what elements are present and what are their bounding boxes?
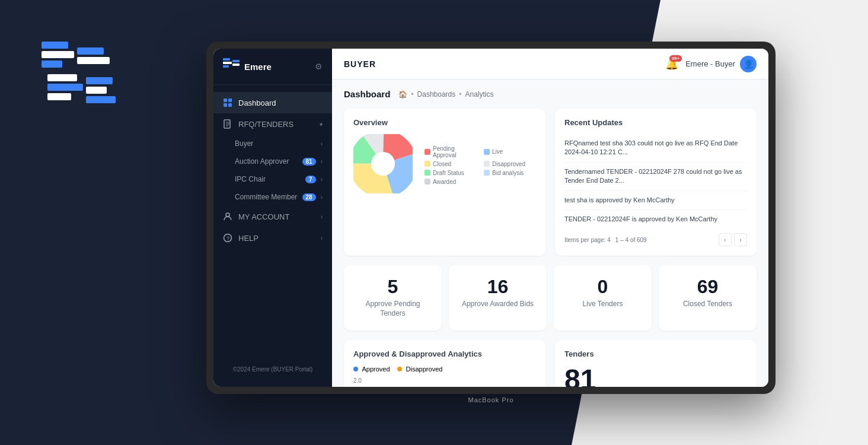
legend-dot-bid: [484, 170, 490, 176]
bottom-grid: Approved & Disapproved Analytics Approve…: [344, 340, 757, 387]
legend-label-disapproved: Disapproved: [492, 161, 525, 167]
sidebar-item-my-account[interactable]: MY ACCOUNT ›: [213, 206, 332, 227]
committee-badge: 28: [302, 193, 316, 201]
svg-rect-12: [223, 62, 232, 64]
disapproved-dot: [397, 367, 402, 371]
stat-live-tenders[interactable]: 0 Live Tenders: [554, 265, 652, 330]
update-item-3: test sha is approved by Ken McCarthy: [564, 191, 747, 210]
sidebar-item-ipc-chair[interactable]: IPC Chair 7 ›: [213, 170, 332, 188]
legend-dot-awarded: [425, 179, 430, 185]
sidebar-item-dashboard[interactable]: Dashboard: [213, 92, 332, 113]
stat-number-live: 0: [563, 277, 642, 296]
legend-pending: Pending Approval: [425, 145, 477, 158]
svg-rect-1: [42, 51, 74, 58]
chevron-right-icon3: ›: [321, 176, 323, 183]
stat-approve-pending[interactable]: 5 Approve PendingTenders: [344, 265, 442, 330]
legend-awarded: Awarded: [425, 179, 477, 185]
legend-bid-analysis: Bid analysis: [484, 170, 536, 176]
stat-number-awarded: 16: [458, 277, 537, 296]
legend-label-closed: Closed: [433, 161, 451, 167]
committee-label: Committee Member: [235, 193, 298, 201]
stat-label-closed: Closed Tenders: [668, 300, 747, 309]
svg-rect-0: [42, 42, 68, 49]
svg-rect-6: [47, 84, 83, 91]
tenders-big-number: 81: [564, 365, 747, 387]
pagination-prev[interactable]: ‹: [719, 233, 732, 246]
notification-badge: 99+: [669, 55, 682, 62]
user-avatar[interactable]: 👤: [740, 56, 757, 72]
user-name: Emere - Buyer: [685, 59, 735, 68]
topbar-right: 🔔 99+ Emere - Buyer 👤: [665, 56, 757, 72]
ipc-chair-badge: 7: [305, 176, 316, 183]
svg-rect-7: [47, 93, 71, 100]
stat-closed-tenders[interactable]: 69 Closed Tenders: [659, 265, 757, 330]
ipc-chair-label: IPC Chair: [235, 175, 301, 183]
recent-updates-title: Recent Updates: [564, 118, 747, 127]
breadcrumb-page: Dashboard: [344, 89, 390, 99]
svg-rect-8: [86, 77, 113, 84]
sparkline-chart: [353, 386, 536, 387]
main-content: BUYER 🔔 99+ Emere - Buyer 👤: [332, 49, 768, 387]
logo-area: [36, 36, 130, 133]
stat-label-live: Live Tenders: [563, 300, 642, 309]
auction-approver-label: Auction Approver: [235, 157, 298, 166]
tablet-screen: Emere ⚙ Dashboard: [213, 49, 768, 387]
stat-number-closed: 69: [668, 277, 747, 296]
svg-rect-18: [224, 103, 227, 107]
updates-pagination: Items per page: 4 1 – 4 of 609 ‹ ›: [564, 233, 747, 246]
legend-label-awarded: Awarded: [433, 179, 456, 185]
svg-rect-13: [223, 65, 229, 68]
pie-chart-svg: [353, 134, 413, 193]
sidebar-nav: Dashboard RFQ/TENDERS ▾: [213, 85, 332, 361]
sidebar-item-buyer[interactable]: Buyer ›: [213, 135, 332, 152]
breadcrumb-dashboards[interactable]: Dashboards: [417, 90, 456, 98]
help-label: HELP: [238, 234, 315, 243]
pie-legend: Pending Approval Live Closed: [425, 145, 536, 185]
sidebar-item-auction-approver[interactable]: Auction Approver 81 ›: [213, 152, 332, 170]
app-name: Emere: [244, 62, 272, 72]
overview-card: Overview: [344, 109, 545, 256]
svg-rect-2: [42, 61, 62, 68]
pagination-next[interactable]: ›: [734, 233, 747, 246]
sidebar-rfq-label: RFQ/TENDERS: [238, 120, 314, 129]
page-content[interactable]: Dashboard 🏠 • Dashboards • Analytics Ove…: [332, 80, 768, 387]
svg-rect-15: [232, 63, 240, 66]
stat-approve-awarded[interactable]: 16 Approve Awarded Bids: [449, 265, 547, 330]
svg-rect-11: [223, 58, 230, 61]
svg-rect-14: [232, 60, 240, 62]
chevron-right-icon4: ›: [321, 194, 323, 201]
sidebar-logo-icon: [223, 58, 240, 75]
settings-icon[interactable]: ⚙: [315, 62, 323, 71]
pie-chart: [353, 134, 413, 196]
stats-grid: 5 Approve PendingTenders 16 Approve Awar…: [344, 265, 757, 330]
document-icon: [223, 119, 232, 129]
approved-legend: Approved: [353, 365, 390, 373]
sidebar-item-committee-member[interactable]: Committee Member 28 ›: [213, 188, 332, 206]
legend-dot-closed: [425, 161, 430, 167]
recent-updates-card: Recent Updates RFQnamed test sha 303 cou…: [555, 109, 757, 256]
pagination-range: 1 – 4 of 609: [615, 237, 647, 243]
overview-content: Pending Approval Live Closed: [353, 134, 536, 196]
legend-label-bid: Bid analysis: [492, 170, 524, 176]
approved-label: Approved: [362, 365, 390, 373]
notification-button[interactable]: 🔔 99+: [665, 58, 678, 71]
legend-dot-draft: [425, 170, 430, 176]
sidebar-item-rfq[interactable]: RFQ/TENDERS ▾: [213, 113, 332, 135]
tablet-frame: Emere ⚙ Dashboard: [206, 42, 776, 394]
user-info: Emere - Buyer 👤: [685, 56, 757, 72]
legend-label-draft: Draft Status: [433, 170, 464, 176]
svg-point-32: [371, 152, 395, 176]
breadcrumb-analytics[interactable]: Analytics: [465, 90, 493, 98]
pagination-controls: ‹ ›: [719, 233, 747, 246]
tenders-title: Tenders: [564, 349, 747, 358]
device-label: MacBook Pro: [206, 396, 776, 403]
svg-rect-16: [224, 98, 227, 102]
svg-rect-9: [86, 87, 107, 94]
breadcrumb-separator2: •: [459, 90, 461, 98]
svg-point-24: [226, 213, 229, 217]
update-item-2: Tendernamed TENDER - 02212024F 278 could…: [564, 163, 747, 191]
sidebar-item-help[interactable]: ? HELP ›: [213, 227, 332, 249]
chevron-right-icon2: ›: [321, 158, 323, 165]
device-frame: Emere ⚙ Dashboard: [206, 42, 776, 403]
disapproved-legend: Disapproved: [397, 365, 443, 373]
